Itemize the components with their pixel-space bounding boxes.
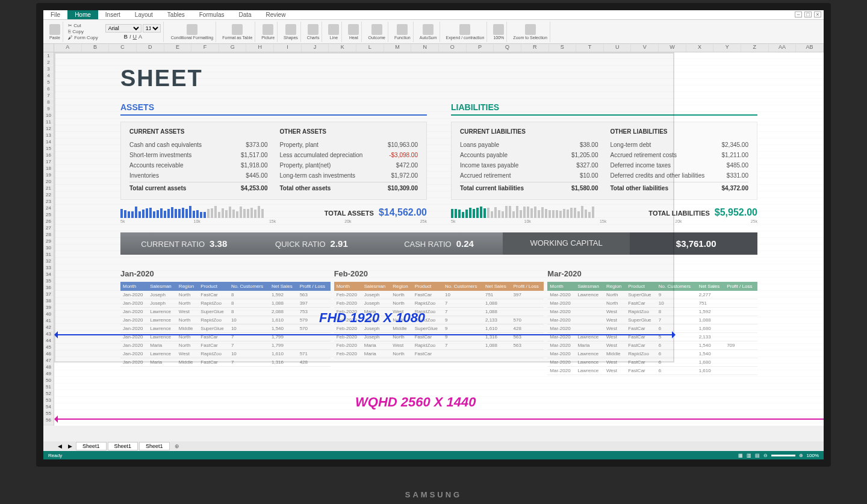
row-header[interactable]: 18 [43,165,54,172]
row-header[interactable]: 22 [43,191,54,198]
table-row[interactable]: Jan-2020MariaNorthFastCar71,799 [120,341,331,350]
col-header[interactable]: I [274,44,302,52]
table-row[interactable]: Mar-2020LawrenceNorthSuperGlue92,277 [547,291,757,299]
tool-autosum[interactable]: AutoSum [417,22,440,42]
col-header[interactable]: M [384,44,412,52]
select-all-cell[interactable] [43,44,54,52]
form-copy-button[interactable]: 🖌 Form Copy [68,35,98,40]
sheet-tab[interactable]: Sheet1 [139,442,170,450]
table-row[interactable]: Mar-2020LawrenceWestFastCar61,610 [547,367,757,375]
col-header[interactable]: N [411,44,439,52]
table-row[interactable]: Feb-2020JosephNorthFastCar10751397 [334,291,544,299]
row-header[interactable]: 41 [43,317,54,324]
row-header[interactable]: 54 [43,403,54,410]
font-size-select[interactable]: 11 [143,24,161,33]
minimize-button[interactable]: – [795,11,802,17]
bold-button[interactable]: B [124,34,128,40]
col-header[interactable]: P [467,44,494,52]
table-row[interactable]: Feb-2020JosephNorthRapidZoo71,088 [334,299,544,308]
col-header[interactable]: AB [796,44,824,52]
row-header[interactable]: 31 [43,251,54,258]
row-header[interactable]: 12 [43,125,54,132]
row-header[interactable]: 33 [43,264,54,271]
row-header[interactable]: 52 [43,390,54,397]
row-header[interactable]: 28 [43,231,54,238]
col-header[interactable]: T [576,44,604,52]
copy-button[interactable]: ⎘ Copy [68,29,98,34]
col-header[interactable]: R [521,44,549,52]
tool-heat[interactable]: Heat [346,22,362,42]
row-header[interactable]: 50 [43,377,54,384]
maximize-button[interactable]: □ [804,11,812,17]
tool-outcome[interactable]: Outcome [365,22,388,42]
col-header[interactable]: Y [713,44,741,52]
view-break-icon[interactable]: ▤ [755,453,760,458]
tool-shapes[interactable]: Shapes [281,22,301,42]
row-header[interactable]: 40 [43,311,54,317]
row-header[interactable]: 30 [43,244,54,251]
row-header[interactable]: 29 [43,238,54,244]
row-header[interactable]: 25 [43,211,54,218]
tool-charts[interactable]: Charts [305,22,323,42]
row-header[interactable]: 2 [43,59,54,66]
col-header[interactable]: U [604,44,632,52]
tool-format-as-table[interactable]: Format as Table [220,22,255,42]
row-header[interactable]: 38 [43,297,54,304]
col-header[interactable]: A [54,44,82,52]
row-header[interactable]: 6 [43,86,54,92]
tool-zoom-to-selection[interactable]: Zoom to Selection [511,22,550,42]
font-color-button[interactable]: A [138,34,142,40]
row-header[interactable]: 42 [43,324,54,331]
row-header[interactable]: 45 [43,344,54,350]
cut-button[interactable]: ✂ Cut [68,23,98,28]
row-header[interactable]: 27 [43,225,54,231]
row-header[interactable]: 35 [43,278,54,284]
row-header[interactable]: 4 [43,72,54,79]
tool-function[interactable]: Function [392,22,414,42]
tool--[interactable]: 100% [491,22,507,42]
col-header[interactable]: F [191,44,219,52]
col-header[interactable]: J [302,44,329,52]
row-header[interactable]: 20 [43,178,54,185]
menu-tab-layout[interactable]: Layout [128,10,160,19]
col-header[interactable]: W [659,44,686,52]
col-header[interactable]: AA [769,44,797,52]
menu-tab-data[interactable]: Data [231,10,258,19]
row-header[interactable]: 53 [43,397,54,403]
view-normal-icon[interactable]: ▦ [738,453,743,458]
row-header[interactable]: 21 [43,185,54,191]
col-header[interactable]: Z [741,44,769,52]
tool-expend-contraction[interactable]: Expend / contraction [444,22,488,42]
row-header[interactable]: 17 [43,158,54,165]
col-header[interactable]: H [246,44,274,52]
row-header[interactable]: 7 [43,92,54,99]
row-header[interactable]: 46 [43,350,54,357]
row-header[interactable]: 14 [43,138,54,145]
col-header[interactable]: K [329,44,356,52]
col-header[interactable]: S [549,44,577,52]
table-row[interactable]: Jan-2020LawrenceMiddleSuperGlue101,54057… [120,325,331,333]
row-header[interactable]: 10 [43,112,54,119]
row-header[interactable]: 34 [43,271,54,278]
row-header[interactable]: 47 [43,357,54,364]
table-row[interactable]: Jan-2020MariaMiddleFastCar71,316428 [120,358,331,367]
zoom-in-button[interactable]: ⊕ [799,453,803,458]
paste-group[interactable]: Paste [47,22,63,42]
menu-tab-tables[interactable]: Tables [160,10,192,19]
row-header[interactable]: 15 [43,145,54,152]
zoom-slider[interactable] [771,455,795,456]
sheet-nav-button[interactable]: ▶ [66,443,75,449]
row-header[interactable]: 39 [43,304,54,311]
row-header[interactable]: 49 [43,370,54,377]
menu-tab-insert[interactable]: Insert [98,10,128,19]
row-header[interactable]: 1 [43,52,54,59]
row-header[interactable]: 48 [43,364,54,370]
col-header[interactable]: E [164,44,192,52]
table-row[interactable]: Jan-2020JosephNorthRapidZoo81,088397 [120,299,331,308]
sheet-nav-button[interactable]: ◀ [55,443,64,449]
table-row[interactable]: Mar-2020WestFastCar61,680 [547,325,757,333]
menu-tab-review[interactable]: Review [259,10,293,19]
table-row[interactable]: Jan-2020LawrenceWestRapidZoo101,610571 [120,350,331,358]
sheet-body[interactable]: FHD 1920 X 1080 WQHD 2560 X 1440 SHEET A… [54,52,824,426]
tool-conditional-formatting[interactable]: Conditional Formatting [169,22,216,42]
